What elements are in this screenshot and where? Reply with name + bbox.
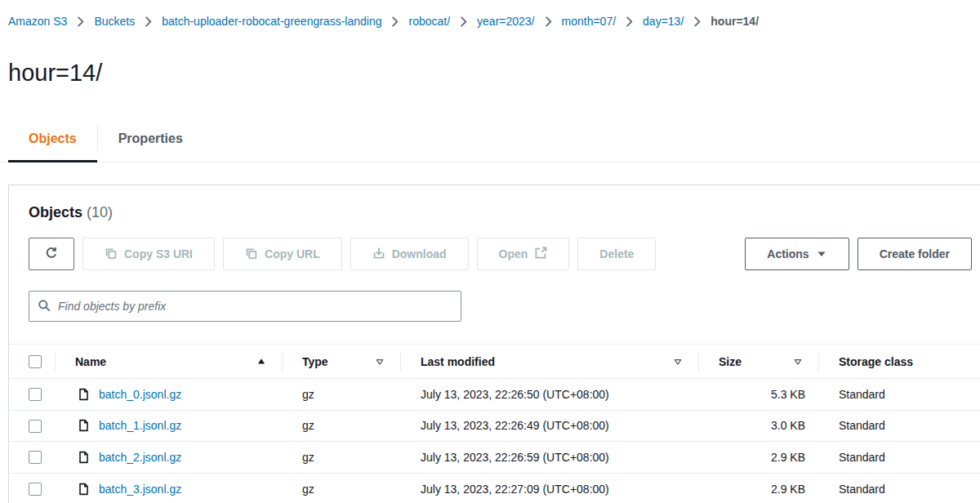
actions-dropdown-button[interactable]: Actions (745, 238, 849, 270)
sortable-icon (374, 356, 385, 367)
file-icon (78, 388, 90, 401)
cell-type: gz (282, 451, 400, 464)
object-link[interactable]: batch_2.jsonl.gz (99, 451, 181, 464)
refresh-button[interactable] (29, 238, 74, 270)
column-header-last-modified[interactable]: Last modified (400, 345, 698, 378)
breadcrumb-year[interactable]: year=2023/ (477, 15, 534, 28)
objects-panel-header: Objects(10) (9, 185, 980, 221)
cell-storage-class: Standard (818, 419, 980, 432)
table-row: batch_1.jsonl.gz gz July 13, 2023, 22:26… (9, 411, 980, 443)
column-header-storage-class: Storage class (818, 345, 980, 378)
panel-title: Objects (29, 204, 82, 220)
sortable-icon (792, 356, 804, 367)
breadcrumb-robocat[interactable]: robocat/ (408, 15, 450, 28)
create-folder-button[interactable]: Create folder (858, 238, 972, 270)
row-checkbox[interactable] (29, 388, 42, 401)
cell-size: 2.9 KB (698, 451, 818, 464)
cell-size: 3.0 KB (698, 419, 818, 432)
copy-icon (245, 247, 258, 262)
file-icon (78, 451, 90, 464)
chevron-right-icon (74, 16, 87, 28)
cell-last-modified: July 13, 2023, 22:26:49 (UTC+08:00) (400, 419, 698, 432)
breadcrumb: Amazon S3 Buckets batch-uploader-robocat… (8, 13, 980, 29)
cell-storage-class: Standard (818, 483, 980, 496)
column-header-name[interactable]: Name (55, 345, 282, 378)
object-count-badge: (10) (87, 204, 113, 220)
refresh-icon (45, 247, 58, 262)
cell-last-modified: July 13, 2023, 22:26:59 (UTC+08:00) (400, 451, 698, 464)
breadcrumb-buckets[interactable]: Buckets (94, 15, 135, 28)
table-row: batch_0.jsonl.gz gz July 13, 2023, 22:26… (9, 379, 980, 411)
row-checkbox[interactable] (29, 420, 42, 433)
chevron-right-icon (142, 16, 154, 28)
row-checkbox[interactable] (29, 451, 42, 464)
cell-storage-class: Standard (818, 451, 980, 464)
search-icon (38, 299, 51, 314)
breadcrumb-month[interactable]: month=07/ (562, 15, 617, 28)
toolbar: Copy S3 URI Copy URL Download Open Delet… (29, 238, 972, 270)
page-title: hour=14/ (8, 59, 980, 87)
tab-objects[interactable]: Objects (8, 122, 97, 162)
header-checkbox-cell (9, 345, 55, 378)
breadcrumb-bucket-name[interactable]: batch-uploader-robocat-greengrass-landin… (162, 15, 381, 28)
cell-size: 5.3 KB (698, 388, 818, 401)
object-link[interactable]: batch_0.jsonl.gz (99, 388, 181, 401)
search-box (29, 291, 461, 322)
copy-icon (105, 247, 118, 262)
copy-url-button[interactable]: Copy URL (223, 238, 342, 270)
open-button[interactable]: Open (477, 238, 570, 270)
table-row: batch_2.jsonl.gz gz July 13, 2023, 22:26… (9, 442, 980, 474)
cell-size: 2.9 KB (698, 483, 818, 496)
external-link-icon (534, 247, 547, 262)
tab-properties[interactable]: Properties (98, 122, 203, 162)
objects-table: Name Type Last modified Size Storage cla (9, 344, 980, 503)
cell-storage-class: Standard (818, 388, 980, 401)
cell-type: gz (282, 419, 400, 432)
delete-button[interactable]: Delete (577, 238, 656, 270)
chevron-right-icon (457, 16, 470, 28)
select-all-checkbox[interactable] (29, 355, 42, 368)
file-icon (78, 419, 90, 432)
download-icon (372, 247, 385, 262)
column-header-size[interactable]: Size (698, 345, 818, 378)
caret-down-icon (816, 248, 827, 260)
tab-bar: Objects Properties (0, 122, 980, 162)
row-checkbox[interactable] (29, 483, 42, 496)
chevron-right-icon (691, 16, 703, 28)
column-header-type[interactable]: Type (282, 345, 400, 378)
cell-last-modified: July 13, 2023, 22:26:50 (UTC+08:00) (400, 388, 698, 401)
copy-s3-uri-button[interactable]: Copy S3 URI (82, 238, 215, 270)
cell-last-modified: July 13, 2023, 22:27:09 (UTC+08:00) (400, 483, 698, 496)
cell-type: gz (282, 388, 400, 401)
chevron-right-icon (623, 16, 635, 28)
object-link[interactable]: batch_1.jsonl.gz (99, 419, 181, 432)
breadcrumb-hour-current: hour=14/ (710, 15, 759, 28)
sortable-icon (672, 356, 684, 367)
download-button[interactable]: Download (350, 238, 469, 270)
file-icon (78, 483, 90, 496)
chevron-right-icon (389, 16, 401, 28)
table-header-row: Name Type Last modified Size Storage cla (9, 345, 980, 379)
breadcrumb-day[interactable]: day=13/ (643, 15, 684, 28)
chevron-right-icon (542, 16, 555, 28)
breadcrumb-amazon-s3[interactable]: Amazon S3 (8, 15, 67, 28)
sort-ascending-icon (256, 356, 267, 367)
cell-type: gz (282, 483, 400, 496)
table-row: batch_3.jsonl.gz gz July 13, 2023, 22:27… (9, 474, 980, 503)
object-link[interactable]: batch_3.jsonl.gz (99, 483, 181, 496)
objects-panel: Objects(10) Copy S3 URI Copy URL Downloa… (8, 185, 980, 503)
search-input[interactable] (58, 300, 452, 313)
